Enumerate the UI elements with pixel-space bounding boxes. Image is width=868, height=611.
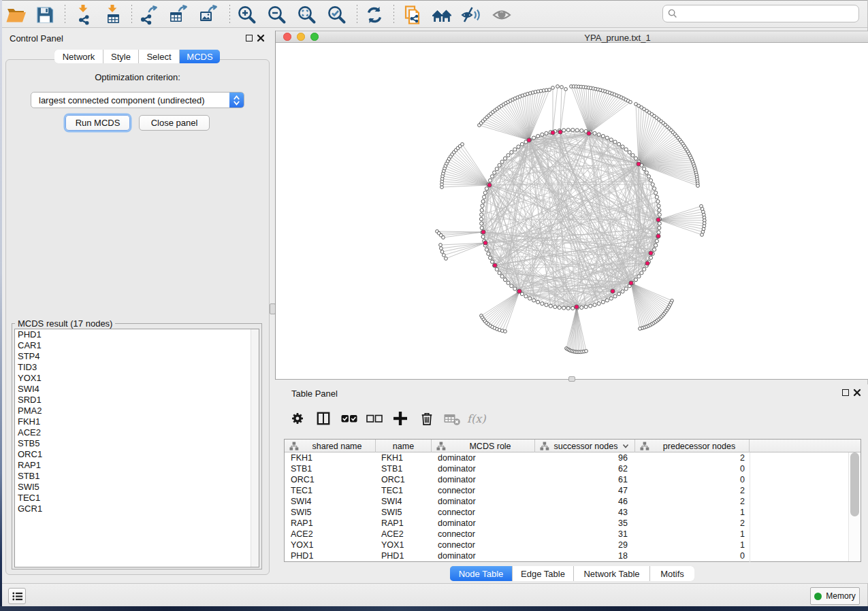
mcds-result-item[interactable]: CAR1 (15, 340, 259, 351)
tab-motifs[interactable]: Motifs (650, 566, 694, 581)
table-row[interactable]: SWI4SWI4dominator462 (285, 496, 861, 507)
table-row[interactable]: RAP1RAP1dominator352 (285, 518, 861, 529)
mcds-result-item[interactable]: ACE2 (15, 427, 259, 438)
mcds-result-item[interactable]: TEC1 (15, 493, 259, 503)
cybrowser-button[interactable] (430, 4, 453, 26)
mcds-result-item[interactable]: YOX1 (15, 373, 259, 384)
select-all-columns-button[interactable] (338, 408, 360, 429)
tab-network[interactable]: Network (54, 50, 103, 63)
table-scrollbar-thumb[interactable] (850, 452, 859, 516)
share-document-button[interactable] (401, 4, 424, 26)
tab-select[interactable]: Select (139, 50, 180, 63)
table-scrollbar[interactable] (848, 452, 861, 561)
cell-MCDS-role: dominator (432, 496, 535, 507)
zoom-out-button[interactable] (266, 4, 289, 26)
export-network-button[interactable] (138, 4, 161, 26)
function-builder-button[interactable]: f(x) (467, 408, 489, 429)
table-row[interactable]: FKH1FKH1dominator962 (285, 452, 861, 463)
column-header-successor-nodes[interactable]: successor nodes (535, 440, 635, 452)
import-table-button[interactable] (101, 4, 125, 26)
maximize-window-icon[interactable] (310, 33, 319, 41)
export-table-button[interactable] (167, 4, 190, 26)
cell-predecessor-nodes: 2 (635, 485, 750, 496)
table-row[interactable]: TEC1TEC1connector472 (285, 485, 861, 496)
mcds-result-item[interactable]: TID3 (15, 362, 259, 373)
import-network-button[interactable] (72, 4, 95, 26)
float-table-panel-icon[interactable] (842, 389, 849, 396)
criterion-dropdown[interactable]: largest connected component (undirected) (31, 92, 244, 108)
horizontal-splitter-handle[interactable] (568, 376, 575, 382)
tab-node-table[interactable]: Node Table (450, 566, 513, 581)
tab-edge-table[interactable]: Edge Table (513, 566, 574, 581)
zoom-selected-button[interactable] (325, 4, 349, 26)
cell-shared-name: PHD1 (285, 550, 376, 561)
mcds-result-item[interactable]: PMA2 (15, 406, 259, 416)
column-header-name[interactable]: name (376, 440, 432, 452)
table-row[interactable]: STB1STB1dominator620 (285, 463, 861, 474)
close-panel-button[interactable]: Close panel (139, 115, 210, 131)
tab-mcds[interactable]: MCDS (180, 50, 220, 63)
mcds-result-item[interactable]: STP4 (15, 351, 259, 362)
network-canvas[interactable] (276, 43, 868, 380)
float-panel-icon[interactable] (246, 35, 253, 42)
open-session-button[interactable] (4, 4, 27, 26)
mcds-result-item[interactable]: PHD1 (15, 329, 259, 340)
save-session-button[interactable] (33, 4, 57, 26)
delete-table-button[interactable] (441, 408, 463, 429)
column-label: shared name (299, 442, 375, 451)
mcds-result-item[interactable]: GCR1 (15, 503, 259, 514)
zoom-in-icon (236, 4, 258, 26)
table-options-button[interactable] (287, 408, 308, 429)
column-label: successor nodes (549, 442, 622, 451)
table-row[interactable]: ACE2ACE2connector311 (285, 529, 861, 540)
mcds-result-item[interactable]: SWI5 (15, 482, 259, 493)
org-chart-icon (289, 442, 299, 450)
column-label: name (376, 442, 431, 451)
zoom-fit-button[interactable] (295, 4, 319, 26)
close-panel-icon[interactable] (257, 34, 265, 42)
mcds-result-item[interactable]: FKH1 (15, 416, 259, 427)
column-header-MCDS-role[interactable]: MCDS role (432, 440, 535, 452)
network-titlebar[interactable]: YPA_prune.txt_1 (276, 31, 868, 43)
minimize-window-icon[interactable] (297, 33, 305, 41)
hide-glass-button[interactable] (460, 4, 483, 26)
create-column-button[interactable] (389, 408, 411, 429)
cell-successor-nodes: 35 (535, 518, 635, 529)
memory-button[interactable]: Memory (810, 587, 860, 605)
toolbar-separator (229, 5, 230, 25)
zoom-in-button[interactable] (236, 4, 259, 26)
mcds-result-item[interactable]: SRD1 (15, 395, 259, 406)
search-input[interactable] (681, 9, 858, 19)
mcds-list-scrollbar[interactable] (251, 329, 259, 567)
show-column-panel-button[interactable] (312, 408, 334, 429)
cell-shared-name: STB1 (285, 463, 376, 474)
show-panels-button[interactable] (8, 588, 26, 604)
apply-layout-button[interactable] (363, 4, 386, 26)
delete-column-button[interactable] (416, 408, 438, 429)
mcds-result-item[interactable]: SWI4 (15, 384, 259, 395)
mcds-result-list[interactable]: PHD1CAR1STP4TID3YOX1SWI4SRD1PMA2FKH1ACE2… (14, 329, 259, 567)
column-header-shared-name[interactable]: shared name (285, 440, 376, 452)
column-header-predecessor-nodes[interactable]: predecessor nodes (635, 440, 750, 452)
unselect-all-columns-button[interactable] (364, 408, 385, 429)
close-window-icon[interactable] (283, 33, 291, 41)
cell-name: ORC1 (376, 474, 432, 485)
cell-name: FKH1 (376, 452, 432, 463)
mcds-result-item[interactable]: STB5 (15, 438, 259, 449)
cell-shared-name: TEC1 (285, 485, 376, 496)
close-table-panel-icon[interactable] (853, 389, 861, 397)
tab-network-table[interactable]: Network Table (574, 566, 650, 581)
show-glass-button[interactable] (490, 4, 513, 26)
cell-MCDS-role: connector (432, 507, 535, 518)
table-row[interactable]: ORC1ORC1dominator610 (285, 474, 861, 485)
mcds-result-item[interactable]: RAP1 (15, 460, 259, 471)
tab-style[interactable]: Style (103, 50, 139, 63)
table-row[interactable]: PHD1PHD1dominator180 (285, 550, 861, 561)
export-image-button[interactable] (197, 4, 220, 26)
table-row[interactable]: SWI5SWI5connector431 (285, 507, 861, 518)
mcds-result-item[interactable]: ORC1 (15, 449, 259, 460)
run-mcds-button[interactable]: Run MCDS (65, 115, 130, 131)
mcds-result-item[interactable]: STB1 (15, 471, 259, 482)
search-box[interactable] (662, 5, 859, 22)
table-row[interactable]: YOX1YOX1connector291 (285, 540, 861, 550)
